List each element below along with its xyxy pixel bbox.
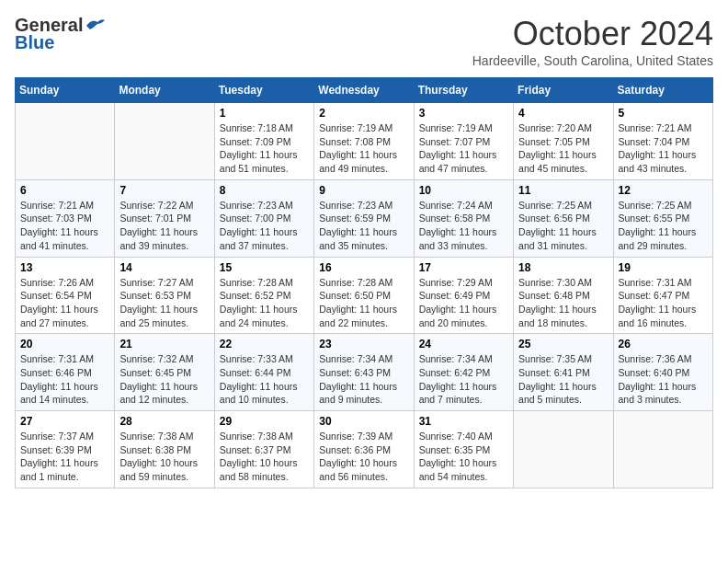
day-info: Sunrise: 7:33 AM Sunset: 6:44 PM Dayligh… — [220, 352, 309, 407]
day-info: Sunrise: 7:24 AM Sunset: 6:58 PM Dayligh… — [419, 199, 508, 253]
day-info: Sunrise: 7:31 AM Sunset: 6:47 PM Dayligh… — [619, 276, 708, 330]
weekday-header: Tuesday — [214, 78, 313, 103]
day-info: Sunrise: 7:25 AM Sunset: 6:56 PM Dayligh… — [518, 199, 608, 253]
calendar-cell: 6Sunrise: 7:21 AM Sunset: 7:03 PM Daylig… — [16, 179, 115, 257]
day-info: Sunrise: 7:38 AM Sunset: 6:37 PM Dayligh… — [220, 430, 309, 484]
day-info: Sunrise: 7:31 AM Sunset: 6:46 PM Dayligh… — [20, 352, 109, 407]
weekday-header: Sunday — [16, 78, 115, 103]
calendar-cell: 7Sunrise: 7:22 AM Sunset: 7:01 PM Daylig… — [115, 179, 214, 257]
calendar-cell: 13Sunrise: 7:26 AM Sunset: 6:54 PM Dayli… — [16, 257, 115, 334]
calendar-cell: 8Sunrise: 7:23 AM Sunset: 7:00 PM Daylig… — [214, 179, 313, 257]
day-number: 6 — [20, 184, 109, 197]
calendar-week-row: 6Sunrise: 7:21 AM Sunset: 7:03 PM Daylig… — [16, 179, 713, 257]
calendar-cell — [115, 103, 214, 180]
day-number: 2 — [319, 107, 408, 120]
day-number: 5 — [619, 107, 708, 120]
calendar-header-row: SundayMondayTuesdayWednesdayThursdayFrid… — [16, 78, 713, 103]
day-number: 11 — [518, 184, 608, 197]
calendar-cell: 5Sunrise: 7:21 AM Sunset: 7:04 PM Daylig… — [613, 103, 712, 180]
day-number: 24 — [419, 338, 508, 350]
calendar-cell: 3Sunrise: 7:19 AM Sunset: 7:07 PM Daylig… — [414, 103, 513, 180]
day-number: 31 — [419, 415, 508, 428]
calendar-cell: 4Sunrise: 7:20 AM Sunset: 7:05 PM Daylig… — [514, 103, 613, 180]
calendar-week-row: 27Sunrise: 7:37 AM Sunset: 6:39 PM Dayli… — [16, 411, 713, 488]
calendar-cell: 10Sunrise: 7:24 AM Sunset: 6:58 PM Dayli… — [414, 179, 513, 257]
calendar-cell: 19Sunrise: 7:31 AM Sunset: 6:47 PM Dayli… — [613, 257, 712, 334]
calendar-cell — [514, 411, 613, 488]
day-number: 14 — [119, 261, 209, 274]
day-info: Sunrise: 7:40 AM Sunset: 6:35 PM Dayligh… — [419, 430, 508, 484]
calendar-cell: 21Sunrise: 7:32 AM Sunset: 6:45 PM Dayli… — [115, 334, 214, 411]
calendar-cell: 16Sunrise: 7:28 AM Sunset: 6:50 PM Dayli… — [314, 257, 414, 334]
logo: General Blue — [15, 15, 105, 53]
calendar-table: SundayMondayTuesdayWednesdayThursdayFrid… — [15, 77, 713, 488]
day-number: 8 — [220, 184, 309, 197]
calendar-body: 1Sunrise: 7:18 AM Sunset: 7:09 PM Daylig… — [16, 103, 713, 488]
day-number: 3 — [419, 107, 508, 120]
day-info: Sunrise: 7:26 AM Sunset: 6:54 PM Dayligh… — [20, 276, 109, 330]
day-info: Sunrise: 7:29 AM Sunset: 6:49 PM Dayligh… — [419, 276, 508, 330]
day-number: 18 — [518, 261, 608, 274]
calendar-cell: 27Sunrise: 7:37 AM Sunset: 6:39 PM Dayli… — [16, 411, 115, 488]
day-number: 16 — [319, 261, 408, 274]
day-info: Sunrise: 7:22 AM Sunset: 7:01 PM Dayligh… — [119, 199, 209, 253]
day-info: Sunrise: 7:28 AM Sunset: 6:50 PM Dayligh… — [319, 276, 408, 330]
day-info: Sunrise: 7:34 AM Sunset: 6:42 PM Dayligh… — [419, 352, 508, 407]
day-info: Sunrise: 7:21 AM Sunset: 7:04 PM Dayligh… — [619, 121, 708, 176]
calendar-cell — [613, 411, 712, 488]
day-number: 7 — [119, 184, 209, 197]
day-number: 29 — [220, 415, 309, 428]
calendar-cell: 24Sunrise: 7:34 AM Sunset: 6:42 PM Dayli… — [414, 334, 513, 411]
calendar-cell: 30Sunrise: 7:39 AM Sunset: 6:36 PM Dayli… — [314, 411, 414, 488]
day-number: 17 — [419, 261, 508, 274]
day-number: 20 — [20, 338, 109, 350]
day-info: Sunrise: 7:19 AM Sunset: 7:07 PM Dayligh… — [419, 121, 508, 176]
day-number: 10 — [419, 184, 508, 197]
day-info: Sunrise: 7:19 AM Sunset: 7:08 PM Dayligh… — [319, 121, 408, 176]
calendar-cell: 31Sunrise: 7:40 AM Sunset: 6:35 PM Dayli… — [414, 411, 513, 488]
day-number: 30 — [319, 415, 408, 428]
location-title: Hardeeville, South Carolina, United Stat… — [472, 53, 713, 68]
logo-blue: Blue — [15, 32, 54, 53]
calendar-cell: 29Sunrise: 7:38 AM Sunset: 6:37 PM Dayli… — [214, 411, 313, 488]
day-info: Sunrise: 7:27 AM Sunset: 6:53 PM Dayligh… — [119, 276, 209, 330]
day-number: 1 — [220, 107, 309, 120]
weekday-header: Friday — [514, 78, 613, 103]
day-number: 25 — [518, 338, 608, 350]
calendar-cell: 2Sunrise: 7:19 AM Sunset: 7:08 PM Daylig… — [314, 103, 414, 180]
day-info: Sunrise: 7:34 AM Sunset: 6:43 PM Dayligh… — [319, 352, 408, 407]
day-info: Sunrise: 7:21 AM Sunset: 7:03 PM Dayligh… — [20, 199, 109, 253]
calendar-week-row: 13Sunrise: 7:26 AM Sunset: 6:54 PM Dayli… — [16, 257, 713, 334]
calendar-week-row: 20Sunrise: 7:31 AM Sunset: 6:46 PM Dayli… — [16, 334, 713, 411]
calendar-cell: 11Sunrise: 7:25 AM Sunset: 6:56 PM Dayli… — [514, 179, 613, 257]
calendar-week-row: 1Sunrise: 7:18 AM Sunset: 7:09 PM Daylig… — [16, 103, 713, 180]
day-number: 19 — [619, 261, 708, 274]
day-number: 22 — [220, 338, 309, 350]
calendar-cell: 12Sunrise: 7:25 AM Sunset: 6:55 PM Dayli… — [613, 179, 712, 257]
calendar-cell: 22Sunrise: 7:33 AM Sunset: 6:44 PM Dayli… — [214, 334, 313, 411]
day-info: Sunrise: 7:32 AM Sunset: 6:45 PM Dayligh… — [119, 352, 209, 407]
month-title: October 2024 — [472, 15, 713, 53]
calendar-cell: 25Sunrise: 7:35 AM Sunset: 6:41 PM Dayli… — [514, 334, 613, 411]
day-number: 9 — [319, 184, 408, 197]
day-number: 23 — [319, 338, 408, 350]
calendar-cell: 26Sunrise: 7:36 AM Sunset: 6:40 PM Dayli… — [613, 334, 712, 411]
calendar-cell: 14Sunrise: 7:27 AM Sunset: 6:53 PM Dayli… — [115, 257, 214, 334]
day-info: Sunrise: 7:20 AM Sunset: 7:05 PM Dayligh… — [518, 121, 608, 176]
calendar-cell: 23Sunrise: 7:34 AM Sunset: 6:43 PM Dayli… — [314, 334, 414, 411]
day-info: Sunrise: 7:30 AM Sunset: 6:48 PM Dayligh… — [518, 276, 608, 330]
day-number: 21 — [119, 338, 209, 350]
calendar-cell: 17Sunrise: 7:29 AM Sunset: 6:49 PM Dayli… — [414, 257, 513, 334]
day-info: Sunrise: 7:39 AM Sunset: 6:36 PM Dayligh… — [319, 430, 408, 484]
day-info: Sunrise: 7:28 AM Sunset: 6:52 PM Dayligh… — [220, 276, 309, 330]
day-info: Sunrise: 7:38 AM Sunset: 6:38 PM Dayligh… — [119, 430, 209, 484]
day-number: 13 — [20, 261, 109, 274]
day-info: Sunrise: 7:23 AM Sunset: 7:00 PM Dayligh… — [220, 199, 309, 253]
weekday-header: Monday — [115, 78, 214, 103]
day-number: 27 — [20, 415, 109, 428]
page-header: General Blue October 2024 Hardeeville, S… — [15, 15, 713, 68]
day-number: 26 — [619, 338, 708, 350]
day-info: Sunrise: 7:37 AM Sunset: 6:39 PM Dayligh… — [20, 430, 109, 484]
day-number: 4 — [518, 107, 608, 120]
weekday-header: Wednesday — [314, 78, 414, 103]
